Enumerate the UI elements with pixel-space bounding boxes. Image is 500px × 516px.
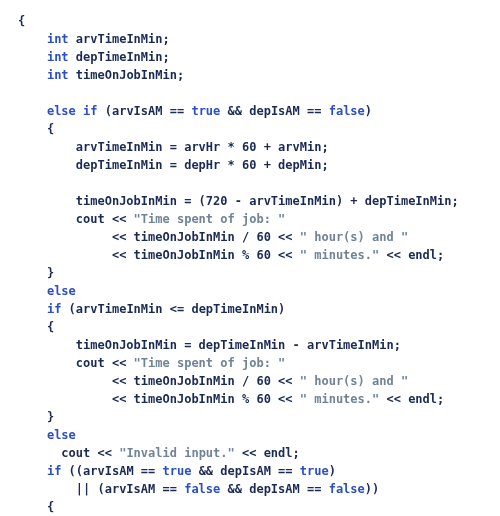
- keyword: else: [47, 428, 76, 442]
- string-literal: "Time spent of job: ": [134, 356, 286, 370]
- literal: false: [184, 482, 220, 496]
- code-line: cout << "Time spent of job: ": [18, 354, 482, 372]
- code-line: timeOnJobInMin = depTimeInMin - arvTimeI…: [18, 336, 482, 354]
- string-literal: "Time spent of job: ": [134, 212, 286, 226]
- code-text: << timeOnJobInMin % 60 <<: [18, 248, 300, 262]
- code-line: depTimeInMin = depHr * 60 + depMin;: [18, 156, 482, 174]
- code-line: }: [18, 408, 482, 426]
- keyword: else if: [47, 104, 98, 118]
- code-text: << timeOnJobInMin / 60 <<: [18, 230, 300, 244]
- code-line: {: [18, 12, 482, 30]
- identifier: timeOnJobInMin;: [69, 68, 185, 82]
- string-literal: " hour(s) and ": [300, 230, 408, 244]
- code-line: else: [18, 426, 482, 444]
- literal: true: [300, 464, 329, 478]
- brace: }: [18, 410, 54, 424]
- code-line: [18, 84, 482, 102]
- code-text: << endl;: [379, 248, 444, 262]
- code-line: << timeOnJobInMin % 60 << " minutes." <<…: [18, 390, 482, 408]
- string-literal: " minutes.": [300, 248, 379, 262]
- brace: {: [18, 500, 54, 514]
- identifier: arvTimeInMin;: [69, 32, 170, 46]
- code-text: timeOnJobInMin = depTimeInMin - arvTimeI…: [18, 338, 401, 352]
- code-text: << endl;: [379, 392, 444, 406]
- code-line: << timeOnJobInMin / 60 << " hour(s) and …: [18, 228, 482, 246]
- code-text: cout <<: [18, 212, 134, 226]
- code-line: [18, 174, 482, 192]
- code-line: timeOnJobInMin = (720 - arvTimeInMin) + …: [18, 192, 482, 210]
- code-line: {: [18, 120, 482, 138]
- keyword: int: [47, 50, 69, 64]
- keyword: else: [47, 284, 76, 298]
- code-line: }: [18, 264, 482, 282]
- code-line: int timeOnJobInMin;: [18, 66, 482, 84]
- code-line: else: [18, 282, 482, 300]
- code-text: || (arvIsAM ==: [18, 482, 184, 496]
- code-text: << endl;: [235, 446, 300, 460]
- string-literal: " hour(s) and ": [300, 374, 408, 388]
- code-text: timeOnJobInMin = (720 - arvTimeInMin) + …: [18, 194, 459, 208]
- code-text: && depIsAM ==: [191, 464, 299, 478]
- code-line: int arvTimeInMin;: [18, 30, 482, 48]
- code-line: if (arvTimeInMin <= depTimeInMin): [18, 300, 482, 318]
- code-line: || (arvIsAM == false && depIsAM == false…: [18, 480, 482, 498]
- code-text: cout <<: [18, 356, 134, 370]
- code-text: << timeOnJobInMin / 60 <<: [18, 374, 300, 388]
- code-text: )): [365, 482, 379, 496]
- code-text: arvTimeInMin = arvHr * 60 + arvMin;: [18, 140, 329, 154]
- code-text: ): [329, 464, 336, 478]
- string-literal: " minutes.": [300, 392, 379, 406]
- code-text: ): [365, 104, 372, 118]
- code-line: int depTimeInMin;: [18, 48, 482, 66]
- code-text: << timeOnJobInMin % 60 <<: [18, 392, 300, 406]
- brace: {: [47, 122, 54, 136]
- code-text: && depIsAM ==: [220, 104, 328, 118]
- code-text: (arvIsAM ==: [97, 104, 191, 118]
- string-literal: "Invalid input.": [119, 446, 235, 460]
- code-line: << timeOnJobInMin / 60 << " hour(s) and …: [18, 372, 482, 390]
- brace: {: [18, 320, 54, 334]
- code-line: {: [18, 498, 482, 516]
- literal: false: [329, 104, 365, 118]
- identifier: depTimeInMin;: [69, 50, 170, 64]
- code-text: && depIsAM ==: [220, 482, 328, 496]
- literal: true: [191, 104, 220, 118]
- code-text: ((arvIsAM ==: [61, 464, 162, 478]
- code-block: { int arvTimeInMin; int depTimeInMin; in…: [18, 12, 482, 516]
- keyword: int: [47, 32, 69, 46]
- literal: true: [163, 464, 192, 478]
- literal: false: [329, 482, 365, 496]
- code-line: cout << "Invalid input." << endl;: [18, 444, 482, 462]
- code-line: << timeOnJobInMin % 60 << " minutes." <<…: [18, 246, 482, 264]
- code-text: cout <<: [18, 446, 119, 460]
- brace: }: [18, 266, 54, 280]
- code-line: else if (arvIsAM == true && depIsAM == f…: [18, 102, 482, 120]
- keyword: if: [47, 302, 61, 316]
- code-line: {: [18, 318, 482, 336]
- code-line: cout << "Time spent of job: ": [18, 210, 482, 228]
- brace: {: [18, 14, 25, 28]
- code-line: if ((arvIsAM == true && depIsAM == true): [18, 462, 482, 480]
- code-text: depTimeInMin = depHr * 60 + depMin;: [18, 158, 329, 172]
- code-line: arvTimeInMin = arvHr * 60 + arvMin;: [18, 138, 482, 156]
- keyword: if: [47, 464, 61, 478]
- keyword: int: [47, 68, 69, 82]
- code-text: (arvTimeInMin <= depTimeInMin): [61, 302, 285, 316]
